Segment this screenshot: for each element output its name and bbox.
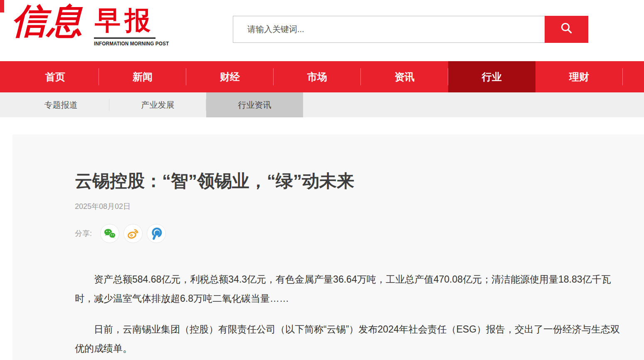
nav-item-market[interactable]: 市场 xyxy=(274,61,361,92)
article-title: 云锡控股：“智”领锡业，“绿”动未来 xyxy=(75,171,627,191)
nav-item-home[interactable]: 首页 xyxy=(12,61,99,92)
site-logo[interactable]: 信息 早报 INFORMATION MORNING POST xyxy=(12,2,157,49)
nav-item-industry[interactable]: 行业 xyxy=(448,61,535,92)
weibo-share-button[interactable] xyxy=(123,224,143,243)
wechat-share-button[interactable] xyxy=(100,224,119,243)
article-paragraph: 日前，云南锡业集团（控股）有限责任公司（以下简称“云锡”）发布2024年社会责任… xyxy=(75,320,620,358)
logo-text-secondary: 早报 xyxy=(95,3,155,37)
share-row: 分享: xyxy=(75,224,627,243)
share-label: 分享: xyxy=(75,228,92,238)
weibo-icon xyxy=(126,227,140,240)
search-button[interactable] xyxy=(545,16,588,43)
search-bar xyxy=(233,16,588,43)
logo-tagline: INFORMATION MORNING POST xyxy=(94,41,169,47)
article-date: 2025年08月02日 xyxy=(75,201,627,211)
nav-item-information[interactable]: 资讯 xyxy=(361,61,448,92)
article-card: 云锡控股：“智”领锡业，“绿”动未来 2025年08月02日 分享: xyxy=(12,134,644,360)
nav-item-finance[interactable]: 财经 xyxy=(186,61,274,92)
site-header: 信息 早报 INFORMATION MORNING POST xyxy=(0,0,644,61)
sub-nav: 专题报道产业发展行业资讯 xyxy=(0,92,644,117)
subnav-item-industry-news[interactable]: 行业资讯 xyxy=(206,92,303,117)
main-nav: 首页新闻财经市场资讯行业理财 xyxy=(0,61,644,92)
logo-text-primary: 信息 xyxy=(12,0,83,42)
pengyou-icon xyxy=(150,227,163,240)
article-paragraph: 资产总额584.68亿元，利税总额34.3亿元，有色金属产量36.64万吨，工业… xyxy=(75,270,620,308)
nav-item-wealth[interactable]: 理财 xyxy=(535,61,623,92)
corner-accent-mark xyxy=(0,0,4,12)
logo-divider xyxy=(94,37,155,39)
pengyou-share-button[interactable] xyxy=(147,224,166,243)
subnav-item-special-reports[interactable]: 专题报道 xyxy=(12,92,109,117)
wechat-icon xyxy=(103,227,116,240)
search-input[interactable] xyxy=(233,16,545,43)
search-icon xyxy=(559,21,574,37)
article-body: 资产总额584.68亿元，利税总额34.3亿元，有色金属产量36.64万吨，工业… xyxy=(75,270,620,358)
subnav-item-industry-development[interactable]: 产业发展 xyxy=(109,92,206,117)
nav-item-news[interactable]: 新闻 xyxy=(99,61,186,92)
